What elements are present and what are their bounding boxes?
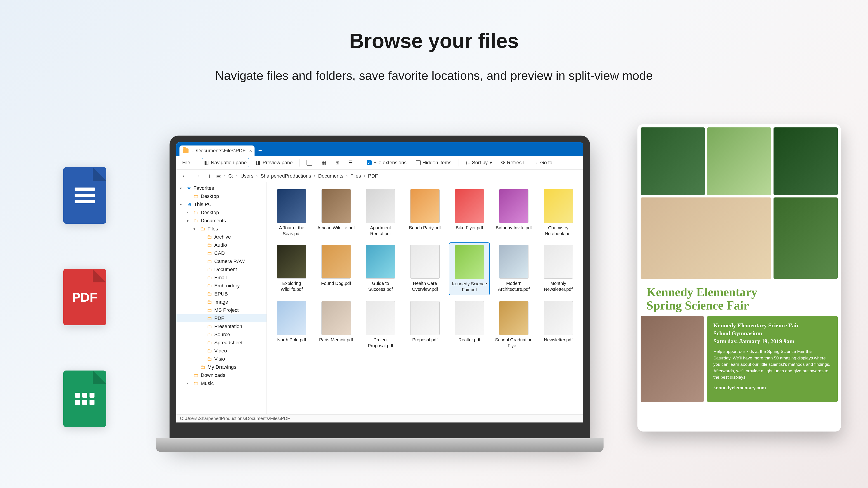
sidebar-folder-visio[interactable]: 🗀Visio <box>176 355 267 363</box>
app-window: ...\Documents\Files\PDF × + File ◧ Navig… <box>176 142 583 422</box>
sidebar-folder-video[interactable]: 🗀Video <box>176 347 267 355</box>
file-thumbnail <box>321 189 351 223</box>
preview-info-box: Kennedy Elementary Science Fair School G… <box>707 316 838 402</box>
sidebar-folder-document[interactable]: 🗀Document <box>176 265 267 273</box>
view-medium-icons[interactable]: ▦ <box>319 158 329 167</box>
refresh-icon: ⟳ <box>501 160 505 166</box>
crumb-c[interactable]: C: <box>228 173 233 179</box>
sidebar-folder-ms-project[interactable]: 🗀MS Project <box>176 306 267 314</box>
status-bar: C:\Users\SharpenedProductions\Documents\… <box>176 414 583 422</box>
file-item[interactable]: Found Dog.pdf <box>316 242 357 295</box>
file-thumbnail <box>277 245 306 279</box>
checkbox-checked-icon: ✓ <box>367 160 372 165</box>
docs-icon <box>63 167 106 224</box>
file-item[interactable]: A Tour of the Seas.pdf <box>271 187 312 239</box>
refresh-button[interactable]: ⟳ Refresh <box>499 158 527 167</box>
file-menu[interactable]: File <box>180 158 192 167</box>
preview-image-girl <box>774 127 838 195</box>
crumb-users[interactable]: Users <box>241 173 253 179</box>
new-tab-button[interactable]: + <box>258 147 262 154</box>
file-item[interactable]: Realtor.pdf <box>449 299 490 351</box>
sidebar-downloads[interactable]: 🗀Downloads <box>176 371 267 379</box>
sidebar-my-drawings[interactable]: 🗀My Drawings <box>176 363 267 371</box>
laptop-frame: ...\Documents\Files\PDF × + File ◧ Navig… <box>169 135 590 443</box>
crumb-sp[interactable]: SharpenedProductions <box>260 173 311 179</box>
file-item[interactable]: Modern Architecture.pdf <box>493 242 534 295</box>
file-item[interactable]: Chemistry Notebook.pdf <box>538 187 579 239</box>
file-name-label: Apartment Rental.pdf <box>362 225 400 236</box>
file-name-label: Chemistry Notebook.pdf <box>539 225 577 236</box>
file-item[interactable]: Kennedy Science Fair.pdf <box>449 242 490 295</box>
view-small-icons[interactable]: ⊞ <box>333 158 342 167</box>
go-to-button[interactable]: → Go to <box>531 158 555 167</box>
sidebar-folder-audio[interactable]: 🗀Audio <box>176 241 267 249</box>
up-button[interactable]: ↑ <box>206 171 213 180</box>
file-item[interactable]: Beach Party.pdf <box>405 187 445 239</box>
file-item[interactable]: Birthday Invite.pdf <box>493 187 534 239</box>
file-item[interactable]: Exploring Wildlife.pdf <box>271 242 312 295</box>
sidebar-favorites[interactable]: ▾★Favorites <box>176 184 267 192</box>
file-name-label: North Pole.pdf <box>277 337 306 343</box>
back-button[interactable]: ← <box>180 171 189 180</box>
sidebar-folder-email[interactable]: 🗀Email <box>176 273 267 282</box>
file-item[interactable]: North Pole.pdf <box>271 299 312 351</box>
sidebar-desktop[interactable]: ›🗀Desktop <box>176 208 267 217</box>
close-tab-icon[interactable]: × <box>249 148 252 153</box>
file-thumbnail <box>499 301 528 335</box>
sidebar-this-pc[interactable]: ▾🖥This PC <box>176 200 267 208</box>
file-name-label: Realtor.pdf <box>458 337 480 343</box>
navigation-pane-toggle[interactable]: ◧ Navigation pane <box>202 158 249 167</box>
crumb-files[interactable]: Files <box>350 173 361 179</box>
sidebar-folder-pdf[interactable]: 🗀PDF <box>176 314 267 322</box>
file-item[interactable]: Newsletter.pdf <box>538 299 579 351</box>
sort-by-button[interactable]: ↑↓ Sort by ▾ <box>463 158 494 167</box>
sidebar-music[interactable]: ›🗀Music <box>176 379 267 387</box>
crumb-docs[interactable]: Documents <box>318 173 343 179</box>
file-item[interactable]: Bike Flyer.pdf <box>449 187 490 239</box>
file-item[interactable]: Paris Memoir.pdf <box>316 299 357 351</box>
file-thumbnail <box>455 301 484 335</box>
preview-info-body: Help support our kids at the Spring Scie… <box>713 348 831 381</box>
grid-2x2-icon: ▦ <box>321 160 326 166</box>
file-item[interactable]: Proposal.pdf <box>405 299 445 351</box>
preview-pane-toggle[interactable]: ◨ Preview pane <box>254 158 295 167</box>
file-name-label: Monthly Newsletter.pdf <box>539 281 577 292</box>
file-extensions-toggle[interactable]: ✓ File extensions <box>364 158 409 167</box>
sidebar-folder-camera-raw[interactable]: 🗀Camera RAW <box>176 257 267 265</box>
file-item[interactable]: Project Proposal.pdf <box>360 299 401 351</box>
tab-active[interactable]: ...\Documents\Files\PDF × <box>180 145 254 156</box>
crumb-pdf[interactable]: PDF <box>368 173 378 179</box>
file-item[interactable]: Apartment Rental.pdf <box>360 187 401 239</box>
file-item[interactable]: Health Care Overview.pdf <box>405 242 445 295</box>
file-name-label: Health Care Overview.pdf <box>406 281 444 292</box>
preview-title-line2: Spring Science Fair <box>647 299 832 312</box>
sort-icon: ↑↓ <box>465 160 470 166</box>
sidebar-folder-embroidery[interactable]: 🗀Embroidery <box>176 282 267 290</box>
file-item[interactable]: Guide to Success.pdf <box>360 242 401 295</box>
sidebar-folder-cad[interactable]: 🗀CAD <box>176 249 267 257</box>
preview-info-heading: Kennedy Elementary Science Fair School G… <box>713 322 831 345</box>
file-item[interactable]: Monthly Newsletter.pdf <box>538 242 579 295</box>
sidebar-files[interactable]: ▾🗀Files <box>176 225 267 233</box>
file-thumbnail <box>410 301 440 335</box>
view-list[interactable]: ☰ <box>346 158 355 167</box>
side-icons-group: PDF <box>63 167 106 427</box>
sidebar-folder-archive[interactable]: 🗀Archive <box>176 233 267 241</box>
forward-button[interactable]: → <box>193 171 203 180</box>
hidden-items-toggle[interactable]: Hidden items <box>413 158 454 167</box>
file-thumbnail <box>410 245 440 279</box>
preview-image-microscope <box>641 127 705 195</box>
sidebar-folder-spreadsheet[interactable]: 🗀Spreadsheet <box>176 339 267 347</box>
nav-bar: ← → ↑ 🖴 › C: › Users › SharpenedProducti… <box>176 170 583 182</box>
folder-icon <box>183 149 188 153</box>
sidebar-folder-epub[interactable]: 🗀EPUB <box>176 290 267 298</box>
file-item[interactable]: School Graduation Flye... <box>493 299 534 351</box>
sidebar-fav-desktop[interactable]: 🗀Desktop <box>176 192 267 200</box>
sidebar-folder-source[interactable]: 🗀Source <box>176 330 267 339</box>
file-item[interactable]: African Wildlife.pdf <box>316 187 357 239</box>
sidebar-folder-presentation[interactable]: 🗀Presentation <box>176 322 267 330</box>
sidebar-folder-image[interactable]: 🗀Image <box>176 298 267 306</box>
sidebar-documents[interactable]: ▾🗀Documents <box>176 217 267 225</box>
view-large-icons[interactable] <box>304 158 315 167</box>
breadcrumb: 🖴 › C: › Users › SharpenedProductions › … <box>216 173 580 179</box>
